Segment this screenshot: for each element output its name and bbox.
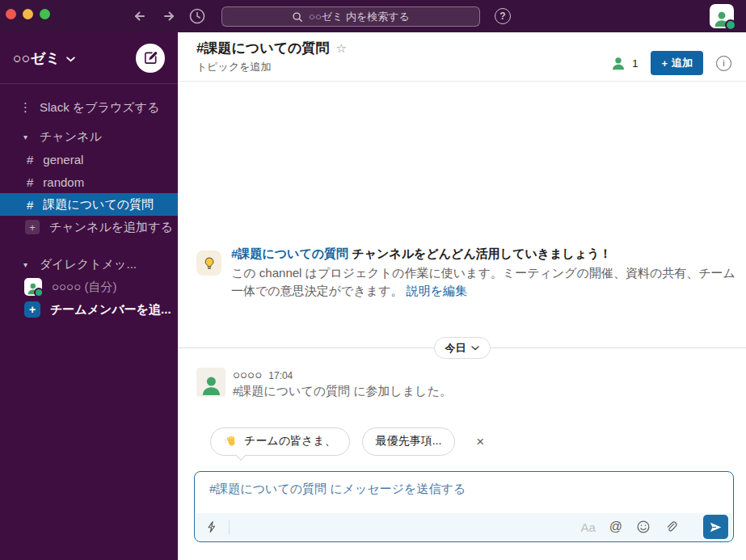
zoom-window-button[interactable] [40, 9, 50, 19]
info-glyph: i [723, 58, 724, 68]
plus-icon: + [25, 220, 40, 234]
section-collapse-icon: ▾ [18, 133, 33, 141]
chevron-down-icon [471, 346, 479, 351]
close-suggestions-icon[interactable]: × [476, 435, 484, 448]
help-icon[interactable]: ? [495, 8, 511, 24]
tip-headline-text: チャンネルをどんどん活用していきましょう！ [348, 246, 612, 260]
date-divider: 今日 [178, 337, 746, 360]
sidebar-item-dm-self[interactable]: ○○○○ (自分) [0, 276, 178, 298]
add-channel-button[interactable]: + チャンネルを追加する [0, 216, 178, 238]
channel-details-icon[interactable]: i [716, 56, 731, 71]
mention-button[interactable]: @ [609, 520, 622, 534]
add-teammate-button[interactable]: + チームメンバーを追... [0, 298, 178, 321]
plus-icon: + [661, 57, 668, 69]
presence-dot [34, 288, 44, 297]
channels-section-label: チャンネル [40, 129, 102, 145]
sidebar: ○○ゼミ ⋮ Slack をブラウズする ▾ チャンネル # general #… [0, 32, 178, 560]
message-row: ○○○○ 17:04 #課題についての質問 に参加しました。 [196, 368, 452, 399]
tip-body-text: この channel はプロジェクトの作業に使います。ミーティングの開催、資料の… [231, 266, 735, 297]
presence-dot [725, 19, 736, 31]
search-placeholder: ○○ゼミ 内を検索する [309, 10, 410, 24]
channel-header-right: 1 + 追加 i [610, 39, 731, 81]
channel-title: #課題についての質問 [196, 39, 329, 57]
search-input[interactable]: ○○ゼミ 内を検索する [221, 6, 480, 27]
sidebar-item-channel-random[interactable]: # random [0, 171, 178, 193]
history-back-icon[interactable] [131, 7, 149, 25]
channel-label: 課題についての質問 [43, 197, 154, 213]
sidebar-item-channel-general[interactable]: # general [0, 148, 178, 171]
send-button[interactable] [703, 515, 728, 539]
composer-toolbar-right: Aa @ [580, 515, 728, 539]
attach-paperclip-icon[interactable] [664, 520, 678, 534]
workspace-menu-button[interactable]: ○○ゼミ [13, 48, 75, 68]
tip-channel-link[interactable]: #課題についての質問 [231, 246, 348, 260]
message-composer[interactable]: #課題についての質問 にメッセージを送信する Aa @ [194, 471, 734, 542]
dm-section-header[interactable]: ▾ ダイレクトメッ... [0, 253, 178, 276]
close-window-button[interactable] [6, 9, 16, 19]
member-count: 1 [632, 57, 638, 69]
toolbar-divider [229, 520, 230, 535]
channel-label: general [43, 153, 83, 166]
section-collapse-icon: ▾ [18, 260, 33, 269]
edit-description-link[interactable]: 説明を編集 [407, 284, 467, 297]
message-avatar[interactable] [196, 368, 225, 397]
sidebar-item-browse-slack[interactable]: ⋮ Slack をブラウズする [0, 96, 178, 119]
chevron-down-icon [66, 57, 75, 62]
message-timestamp[interactable]: 17:04 [268, 370, 293, 381]
workspace-header: ○○ゼミ [0, 32, 178, 84]
channel-header-left: #課題についての質問 ☆ トピックを追加 [196, 39, 347, 81]
tip-headline: #課題についての質問 チャンネルをどんどん活用していきましょう！ [231, 245, 739, 263]
chip-tail [235, 449, 247, 461]
add-channel-label: チャンネルを追加する [49, 220, 173, 235]
date-pill-button[interactable]: 今日 [434, 337, 491, 359]
search-icon [292, 11, 303, 23]
chip-label: 最優先事項... [376, 434, 442, 448]
hash-icon: # [27, 198, 33, 212]
suggestion-chip-priority[interactable]: 最優先事項... [362, 427, 456, 456]
suggestion-chip-greeting[interactable]: チームの皆さま、 [210, 427, 350, 456]
channel-header: #課題についての質問 ☆ トピックを追加 1 + 追加 i [178, 32, 746, 82]
composer-toolbar: Aa @ [196, 513, 732, 541]
add-topic-button[interactable]: トピックを追加 [196, 60, 347, 74]
chip-label: チームの皆さま、 [244, 434, 336, 448]
star-channel-icon[interactable]: ☆ [335, 41, 346, 56]
format-toggle-button[interactable]: Aa [580, 520, 595, 534]
add-people-label: 追加 [672, 56, 693, 70]
sidebar-item-channel-questions-selected[interactable]: # 課題についての質問 [0, 193, 178, 216]
help-glyph: ? [499, 11, 505, 22]
hash-icon: # [27, 175, 33, 189]
channel-tip-message: #課題についての質問 チャンネルをどんどん活用していきましょう！ この chan… [196, 245, 739, 300]
more-dots-icon: ⋮ [18, 100, 33, 115]
add-people-button[interactable]: + 追加 [651, 51, 703, 75]
minimize-window-button[interactable] [23, 9, 33, 19]
dm-self-note: (自分) [84, 280, 116, 293]
message-head: ○○○○ 17:04 [233, 368, 452, 381]
channels-section-header[interactable]: ▾ チャンネル [0, 125, 178, 148]
person-icon [200, 373, 223, 397]
emoji-icon[interactable] [636, 520, 651, 534]
dm-section-label: ダイレクトメッ... [40, 257, 137, 272]
channel-title-button[interactable]: #課題についての質問 ☆ [196, 39, 347, 57]
main-content: #課題についての質問 ☆ トピックを追加 1 + 追加 i #課題に [178, 32, 746, 560]
dm-user-name: ○○○○ (自分) [52, 280, 116, 295]
composer-placeholder[interactable]: #課題についての質問 にメッセージを送信する [209, 482, 466, 497]
date-label: 今日 [445, 341, 466, 356]
history-clock-icon[interactable] [188, 7, 206, 25]
history-forward-icon[interactable] [160, 7, 178, 25]
window-titlebar: ○○ゼミ 内を検索する ? [0, 0, 746, 32]
message-text: #課題についての質問 に参加しました。 [233, 384, 452, 399]
sidebar-nav: ⋮ Slack をブラウズする ▾ チャンネル # general # rand… [0, 84, 178, 321]
message-content: ○○○○ 17:04 #課題についての質問 に参加しました。 [233, 368, 452, 399]
message-author[interactable]: ○○○○ [233, 368, 262, 381]
user-avatar[interactable] [710, 4, 734, 28]
shortcuts-lightning-icon[interactable] [206, 520, 218, 533]
dm-user-avatar [24, 278, 42, 296]
lightbulb-icon [196, 251, 221, 276]
plus-icon: + [24, 301, 40, 318]
wave-hand-icon [224, 435, 238, 448]
new-message-button[interactable] [136, 44, 165, 73]
member-person-icon [610, 55, 626, 71]
hash-icon: # [27, 153, 33, 166]
member-list-button[interactable]: 1 [610, 55, 638, 71]
workspace-name: ○○ゼミ [13, 48, 61, 68]
